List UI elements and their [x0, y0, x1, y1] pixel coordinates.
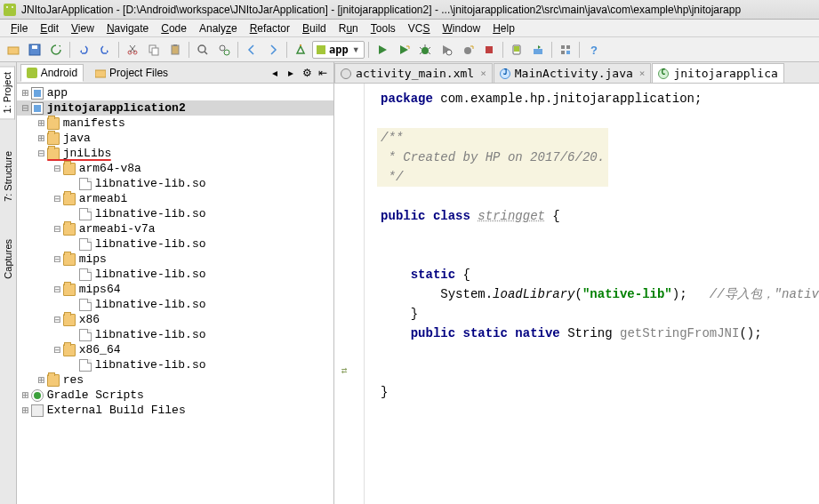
menu-help[interactable]: Help [487, 21, 520, 36]
sync-button[interactable] [46, 40, 66, 60]
expand-icon[interactable]: ⊞ [20, 86, 31, 100]
menu-window[interactable]: Window [437, 21, 486, 36]
collapse-icon[interactable]: ⊟ [36, 147, 47, 161]
menu-refactor[interactable]: Refactor [245, 21, 295, 36]
code-area[interactable]: package com.example.hp.jnitojarapplicati… [365, 84, 819, 504]
folder-icon [63, 163, 76, 175]
tree-row[interactable]: ⊟mips64 [17, 282, 333, 297]
collapse-icon[interactable]: ⊟ [52, 313, 63, 327]
scroll-right-icon[interactable]: ▸ [284, 66, 298, 80]
tree-row[interactable]: libnative-lib.so [17, 357, 333, 372]
save-button[interactable] [25, 40, 44, 60]
stop-button[interactable] [479, 40, 499, 60]
expand-icon[interactable]: ⊞ [20, 404, 31, 418]
find-button[interactable] [193, 40, 213, 60]
tree-row[interactable]: ⊟armeabi [17, 191, 333, 206]
title-bar: JNItoJarApplication - [D:\Android\worksp… [0, 0, 819, 20]
tree-row[interactable]: ⊟jniLibs [17, 146, 333, 161]
menu-vcs[interactable]: VCS [403, 21, 436, 36]
class-file-icon [658, 68, 669, 79]
project-structure-button[interactable] [556, 40, 575, 60]
tree-row[interactable]: libnative-lib.so [17, 206, 333, 221]
menu-tools[interactable]: Tools [365, 21, 401, 36]
paste-button[interactable] [165, 40, 185, 60]
tree-row[interactable]: libnative-lib.so [17, 297, 333, 312]
expand-icon[interactable]: ⊞ [20, 388, 31, 403]
menu-code[interactable]: Code [156, 21, 192, 36]
tab-captures[interactable]: Captures [1, 234, 15, 284]
menu-analyze[interactable]: Analyze [194, 21, 243, 36]
tree-row[interactable]: ⊞manifests [17, 116, 333, 131]
collapse-icon[interactable]: ⊟ [52, 343, 63, 357]
collapse-icon[interactable]: ⊟ [52, 222, 63, 236]
override-marker-icon[interactable]: ⇄ [341, 361, 348, 380]
expand-icon[interactable]: ⊞ [36, 132, 47, 146]
collapse-icon[interactable]: ⊟ [52, 252, 63, 267]
tree-row[interactable]: ⊟arm64-v8a [17, 161, 333, 176]
expand-icon[interactable]: ⊞ [36, 116, 47, 131]
tree-row[interactable]: ⊞Gradle Scripts [17, 388, 333, 403]
tab-project[interactable]: 1: Project [0, 66, 15, 119]
menu-build[interactable]: Build [297, 21, 332, 36]
replace-button[interactable] [214, 40, 234, 60]
back-button[interactable] [242, 40, 261, 60]
file-icon [79, 268, 92, 281]
forward-button[interactable] [263, 40, 283, 60]
tree-row[interactable]: ⊟mips [17, 252, 333, 267]
menu-file[interactable]: File [5, 21, 33, 36]
make-button[interactable] [291, 40, 310, 60]
copy-button[interactable] [144, 40, 164, 60]
tree-row[interactable]: ⊞java [17, 131, 333, 146]
menu-edit[interactable]: Edit [35, 21, 64, 36]
gear-icon[interactable]: ⚙ [300, 66, 314, 80]
sdk-manager-button[interactable] [528, 40, 548, 60]
collapse-icon[interactable]: ⊟ [52, 162, 63, 176]
apply-changes-button[interactable] [394, 40, 414, 60]
tree-row[interactable]: ⊞app [17, 85, 333, 100]
scroll-left-icon[interactable]: ◂ [268, 66, 282, 80]
profile-button[interactable] [437, 40, 456, 60]
editor-panel: activity_main.xml × MainActivity.java × … [334, 62, 819, 504]
tree-row[interactable]: ⊟jnitojarapplication2 [17, 100, 333, 116]
undo-button[interactable] [74, 40, 93, 60]
tree-row[interactable]: ⊞External Build Files [17, 403, 333, 418]
tree-row[interactable]: ⊞res [17, 372, 333, 388]
editor-tab-jnitojarapplication[interactable]: jnitojarapplica [652, 63, 783, 83]
editor-tab-activity-main[interactable]: activity_main.xml × [334, 63, 493, 83]
menu-run[interactable]: Run [333, 21, 364, 36]
tree-row[interactable]: libnative-lib.so [17, 327, 333, 342]
tree-row[interactable]: libnative-lib.so [17, 267, 333, 282]
close-icon[interactable]: × [480, 68, 486, 79]
tree-row[interactable]: ⊟x86_64 [17, 342, 333, 357]
panel-tab-android[interactable]: Android [20, 64, 84, 82]
collapse-icon[interactable]: ⊟ [52, 283, 63, 297]
project-tree[interactable]: ⊞app⊟jnitojarapplication2⊞manifests⊞java… [17, 84, 333, 504]
open-button[interactable] [4, 40, 23, 60]
expand-icon[interactable]: ⊞ [36, 373, 47, 388]
svg-rect-6 [152, 48, 158, 55]
collapse-icon[interactable]: ⊟ [20, 101, 31, 116]
tree-row[interactable]: libnative-lib.so [17, 176, 333, 191]
panel-tab-label: Android [41, 67, 77, 79]
close-icon[interactable]: × [639, 68, 646, 79]
tree-row[interactable]: ⊟x86 [17, 312, 333, 327]
debug-button[interactable] [415, 40, 435, 60]
editor-tab-mainactivity[interactable]: MainActivity.java × [494, 63, 652, 83]
tree-row[interactable]: libnative-lib.so [17, 236, 333, 252]
attach-debugger-button[interactable] [458, 40, 478, 60]
menu-view[interactable]: View [66, 21, 100, 36]
cut-button[interactable] [123, 40, 142, 60]
svg-rect-26 [95, 70, 106, 77]
tab-structure[interactable]: 7: Structure [1, 146, 15, 207]
run-config-selector[interactable]: app ▼ [312, 41, 365, 59]
run-button[interactable] [373, 40, 392, 60]
panel-tab-project-files[interactable]: Project Files [89, 64, 174, 82]
collapse-icon[interactable]: ⊟ [52, 192, 63, 206]
editor-body[interactable]: ⇄ package com.example.hp.jnitojarapplica… [334, 84, 819, 504]
menu-navigate[interactable]: Navigate [101, 21, 154, 36]
help-button[interactable]: ? [583, 40, 603, 60]
collapse-icon[interactable]: ⇤ [316, 66, 330, 80]
redo-button[interactable] [95, 40, 115, 60]
tree-row[interactable]: ⊟armeabi-v7a [17, 221, 333, 236]
avd-manager-button[interactable] [507, 40, 526, 60]
